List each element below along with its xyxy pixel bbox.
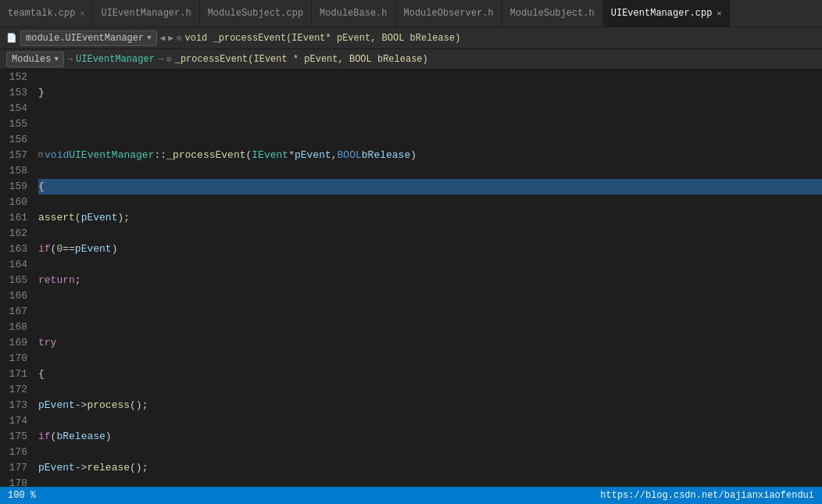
- tab-label: ModuleSubject.h: [510, 8, 595, 19]
- nav-back-icon[interactable]: ◀: [160, 33, 166, 43]
- breadcrumb-func[interactable]: _processEvent(IEvent * pEvent, BOOL bRel…: [175, 54, 428, 65]
- status-right: https://blog.csdn.net/bajianxiaofendui: [600, 490, 814, 501]
- code-line-159: [38, 304, 822, 320]
- ln-154: 154: [6, 101, 27, 116]
- breadcrumb-bar: Modules ▼ → UIEventManager → ⊙ _processE…: [0, 49, 822, 70]
- ln-156: 156: [6, 132, 27, 148]
- status-left: 100 %: [8, 490, 36, 501]
- ln-157: 157: [6, 148, 27, 163]
- fold-154-icon[interactable]: ⊟: [38, 148, 43, 163]
- line-numbers: 152 153 154 155 156 157 158 159 160 161 …: [0, 70, 35, 487]
- file-icon: 📄: [6, 33, 17, 43]
- tab-label: UIEventManager.cpp: [611, 8, 713, 19]
- code-line-161: {: [38, 366, 822, 382]
- tab-modulesubject-h[interactable]: ModuleSubject.h: [502, 0, 603, 27]
- status-bar: 100 % https://blog.csdn.net/bajianxiaofe…: [0, 487, 822, 504]
- ln-171: 171: [6, 366, 27, 382]
- zoom-level: 100 %: [8, 490, 36, 501]
- ln-176: 176: [6, 445, 27, 460]
- breadcrumb-sep2: →: [158, 54, 163, 65]
- tab-close-active-icon[interactable]: ✕: [717, 9, 721, 18]
- code-line-154: ⊟void UIEventManager::_processEvent(IEve…: [38, 148, 822, 163]
- ln-160: 160: [6, 195, 27, 210]
- ln-158: 158: [6, 163, 27, 179]
- ln-169: 169: [6, 335, 27, 351]
- ln-163: 163: [6, 241, 27, 257]
- module-label: module.UIEventManager: [26, 33, 144, 44]
- code-line-156: assert(pEvent);: [38, 210, 822, 226]
- ln-172: 172: [6, 382, 27, 398]
- tab-label: ModuleObserver.h: [404, 8, 494, 19]
- tab-uieventmanager-cpp[interactable]: UIEventManager.cpp ✕: [603, 0, 731, 27]
- ln-174: 174: [6, 413, 27, 429]
- toolbar: 📄 module.UIEventManager ▼ ◀ ▶ ⊙ void _pr…: [0, 27, 822, 49]
- blog-url[interactable]: https://blog.csdn.net/bajianxiaofendui: [600, 490, 814, 501]
- nav-fwd-icon[interactable]: ▶: [168, 33, 173, 43]
- code-area[interactable]: 152 153 154 155 156 157 158 159 160 161 …: [0, 70, 822, 487]
- ln-173: 173: [6, 398, 27, 413]
- tab-modulebase-h[interactable]: ModuleBase.h: [312, 0, 395, 27]
- breadcrumb-sep1: →: [67, 54, 73, 65]
- modules-dropdown[interactable]: Modules ▼: [6, 52, 64, 67]
- func-icon: ⊙: [177, 33, 182, 43]
- code-line-164: pEvent->release();: [38, 460, 822, 476]
- code-line-162: pEvent->process();: [38, 398, 822, 413]
- ln-175: 175: [6, 429, 27, 445]
- code-line-160: try: [38, 335, 822, 351]
- toolbar-left: 📄 module.UIEventManager ▼ ◀ ▶ ⊙ void _pr…: [6, 30, 460, 46]
- code-line-155: {: [38, 179, 822, 195]
- tab-uieventmanager-h[interactable]: UIEventManager.h: [93, 0, 199, 27]
- tab-bar: teamtalk.cpp ✕ UIEventManager.h ModuleSu…: [0, 0, 822, 27]
- tab-label: ModuleBase.h: [320, 8, 387, 19]
- modules-arrow: ▼: [54, 55, 58, 63]
- tab-teamtalk-cpp[interactable]: teamtalk.cpp ✕: [0, 0, 93, 27]
- ln-177: 177: [6, 460, 27, 476]
- tab-label: teamtalk.cpp: [8, 8, 75, 19]
- code-line-163: if (bRelease): [38, 429, 822, 445]
- code-line-157: if (0 == pEvent): [38, 241, 822, 257]
- breadcrumb-class[interactable]: UIEventManager: [76, 54, 155, 65]
- code-line-158: return;: [38, 273, 822, 288]
- ln-168: 168: [6, 320, 27, 335]
- tab-close-icon[interactable]: ✕: [80, 9, 84, 18]
- ln-166: 166: [6, 288, 27, 304]
- ln-170: 170: [6, 351, 27, 366]
- ln-165: 165: [6, 273, 27, 288]
- editor: 152 153 154 155 156 157 158 159 160 161 …: [0, 70, 822, 487]
- tab-modulesubject-cpp[interactable]: ModuleSubject.cpp: [200, 0, 312, 27]
- func-label: void _processEvent(IEvent* pEvent, BOOL …: [185, 33, 461, 44]
- func-breadcrumb-icon: ⊙: [166, 54, 172, 64]
- code-line-152: }: [38, 85, 822, 101]
- ln-178: 178: [6, 476, 27, 487]
- modules-label: Modules: [12, 54, 51, 65]
- tab-label: ModuleSubject.cpp: [208, 8, 303, 19]
- ln-164: 164: [6, 257, 27, 273]
- ln-167: 167: [6, 304, 27, 320]
- code-line-153: [38, 116, 822, 132]
- ln-161: 161: [6, 210, 27, 226]
- ln-152: 152: [6, 70, 27, 85]
- module-dropdown-arrow: ▼: [147, 34, 151, 42]
- code-content[interactable]: } ⊟void UIEventManager::_processEvent(IE…: [35, 70, 822, 487]
- tab-moduleobserver-h[interactable]: ModuleObserver.h: [396, 0, 502, 27]
- ln-153: 153: [6, 85, 27, 101]
- ln-162: 162: [6, 226, 27, 241]
- module-dropdown[interactable]: module.UIEventManager ▼: [20, 30, 157, 46]
- ln-155: 155: [6, 116, 27, 132]
- tab-label: UIEventManager.h: [101, 8, 191, 19]
- ln-159: 159: [6, 179, 27, 195]
